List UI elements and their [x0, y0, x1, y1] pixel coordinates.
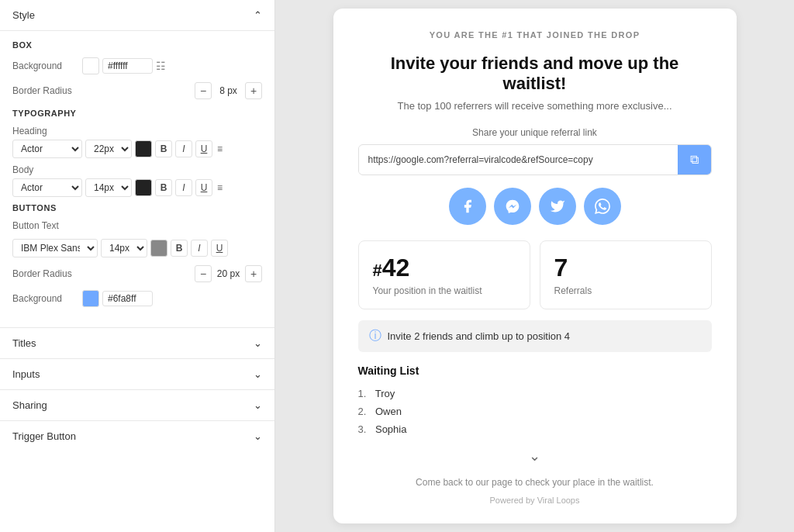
- body-align-icon[interactable]: ≡: [216, 181, 224, 195]
- heading-controls: Actor 22px B I U ≡: [12, 140, 262, 158]
- btn-background-label: Background: [12, 293, 82, 304]
- button-font-select[interactable]: IBM Plex Sans: [12, 239, 98, 257]
- btn-border-radius-label: Border Radius: [12, 268, 82, 279]
- btn-border-radius-field: Border Radius − 20 px +: [12, 265, 262, 282]
- border-radius-field: Border Radius − 8 px +: [12, 82, 262, 99]
- heading-align-icon[interactable]: ≡: [216, 142, 224, 156]
- trigger-button-section[interactable]: Trigger Button ⌄: [0, 420, 274, 451]
- heading-color-swatch[interactable]: [135, 140, 152, 157]
- body-italic-btn[interactable]: I: [175, 179, 192, 196]
- background-label: Background: [12, 60, 82, 71]
- body-color-swatch[interactable]: [135, 179, 152, 196]
- position-stat-card: #42 Your position in the waitlist: [358, 240, 530, 309]
- border-radius-plus[interactable]: +: [245, 82, 262, 99]
- referrals-stat-card: 7 Referrals: [540, 240, 712, 309]
- typography-label: TYPOGRAPHY: [12, 109, 262, 118]
- heading-italic-btn[interactable]: I: [175, 140, 192, 157]
- body-field: Body Actor 14px B I U ≡: [12, 164, 262, 197]
- button-text-controls: IBM Plex Sans 14px B I U: [12, 239, 262, 257]
- hash-symbol: #: [373, 261, 382, 280]
- position-number: #42: [373, 254, 516, 282]
- style-content: BOX Background #ffffff ☷ Border Radius −…: [0, 31, 274, 327]
- invite-text: Invite 2 friends and climb up to positio…: [388, 330, 571, 342]
- copy-button[interactable]: ⧉: [678, 145, 711, 174]
- facebook-button[interactable]: [449, 188, 486, 225]
- heading-font-select[interactable]: Actor: [12, 140, 82, 158]
- social-buttons-row: [358, 188, 712, 225]
- referral-label: Share your unique referral link: [358, 127, 712, 138]
- titles-section[interactable]: Titles ⌄: [0, 327, 274, 358]
- btn-border-radius-value: 20 px: [215, 268, 242, 279]
- list-num-2: 2.: [358, 406, 367, 417]
- border-radius-stepper: − 8 px +: [195, 82, 262, 99]
- list-num-3: 3.: [358, 423, 367, 435]
- whatsapp-button[interactable]: [584, 188, 621, 225]
- heading-field: Heading Actor 22px B I U ≡: [12, 126, 262, 158]
- sharing-section[interactable]: Sharing ⌄: [0, 389, 274, 420]
- list-name-3: Sophia: [375, 423, 406, 435]
- waiting-list-title: Waiting List: [358, 364, 712, 377]
- list-item: 3. Sophia: [358, 420, 712, 438]
- heading-size-select[interactable]: 22px: [85, 140, 132, 158]
- trigger-chevron: ⌄: [254, 430, 262, 442]
- invite-banner: ⓘ Invite 2 friends and climb up to posit…: [358, 320, 712, 352]
- expand-list-button[interactable]: ⌄: [358, 447, 712, 465]
- messenger-button[interactable]: [494, 188, 531, 225]
- trigger-button-label: Trigger Button: [12, 430, 76, 442]
- style-section-header[interactable]: Style ⌃: [0, 0, 274, 31]
- referral-url-input[interactable]: [359, 147, 678, 173]
- border-radius-label: Border Radius: [12, 85, 82, 96]
- body-controls: Actor 14px B I U ≡: [12, 178, 262, 197]
- right-panel: YOU ARE THE #1 THAT JOINED THE DROP Invi…: [275, 0, 794, 532]
- heading-bold-btn[interactable]: B: [155, 140, 172, 157]
- list-name-2: Owen: [375, 406, 402, 417]
- btn-border-radius-minus[interactable]: −: [195, 265, 212, 282]
- footer-note: Come back to our page to check your plac…: [358, 477, 712, 488]
- titles-chevron: ⌄: [254, 337, 262, 349]
- btn-background-swatch[interactable]: [82, 290, 99, 307]
- list-item: 2. Owen: [358, 402, 712, 420]
- stats-row: #42 Your position in the waitlist 7 Refe…: [358, 240, 712, 309]
- position-label: Your position in the waitlist: [373, 285, 516, 296]
- background-field: Background #ffffff ☷: [12, 57, 262, 74]
- btn-background-hex[interactable]: #6fa8ff: [102, 291, 153, 306]
- button-bold-btn[interactable]: B: [171, 240, 188, 257]
- referrals-number: 7: [554, 254, 697, 282]
- card-top-label: YOU ARE THE #1 THAT JOINED THE DROP: [358, 30, 712, 40]
- border-radius-minus[interactable]: −: [195, 82, 212, 99]
- twitter-button[interactable]: [539, 188, 576, 225]
- btn-border-radius-plus[interactable]: +: [245, 265, 262, 282]
- sharing-label: Sharing: [12, 399, 47, 411]
- body-bold-btn[interactable]: B: [155, 179, 172, 196]
- body-font-select[interactable]: Actor: [12, 178, 82, 197]
- button-color-swatch[interactable]: [150, 240, 167, 257]
- copy-icon: ⧉: [690, 153, 699, 167]
- button-underline-btn[interactable]: U: [211, 240, 228, 257]
- list-item: 1. Troy: [358, 385, 712, 402]
- background-controls: #ffffff ☷: [82, 57, 262, 74]
- background-color-swatch[interactable]: [82, 57, 99, 74]
- buttons-label: BUTTONS: [12, 203, 262, 212]
- body-size-select[interactable]: 14px: [85, 178, 132, 197]
- card-title: Invite your friends and move up the wait…: [358, 54, 712, 94]
- card-subtitle: The top 100 referrers will receive somet…: [358, 100, 712, 112]
- list-num-1: 1.: [358, 388, 367, 399]
- button-size-select[interactable]: 14px: [101, 239, 147, 257]
- referral-input-row: ⧉: [358, 144, 712, 175]
- border-radius-value: 8 px: [215, 85, 242, 96]
- inputs-chevron: ⌄: [254, 368, 262, 380]
- button-text-field: Button Text: [12, 220, 262, 231]
- grid-icon[interactable]: ☷: [156, 60, 166, 72]
- button-text-label: Button Text: [12, 220, 82, 231]
- button-italic-btn[interactable]: I: [191, 240, 208, 257]
- heading-underline-btn[interactable]: U: [195, 140, 212, 157]
- inputs-section[interactable]: Inputs ⌄: [0, 358, 274, 389]
- list-name-1: Troy: [375, 388, 395, 399]
- background-hex-input[interactable]: #ffffff: [102, 58, 153, 74]
- preview-card: YOU ARE THE #1 THAT JOINED THE DROP Invi…: [333, 9, 737, 523]
- body-label: Body: [12, 164, 262, 175]
- style-label: Style: [12, 9, 35, 21]
- body-underline-btn[interactable]: U: [195, 179, 212, 196]
- sharing-chevron: ⌄: [254, 399, 262, 411]
- box-label: BOX: [12, 40, 262, 50]
